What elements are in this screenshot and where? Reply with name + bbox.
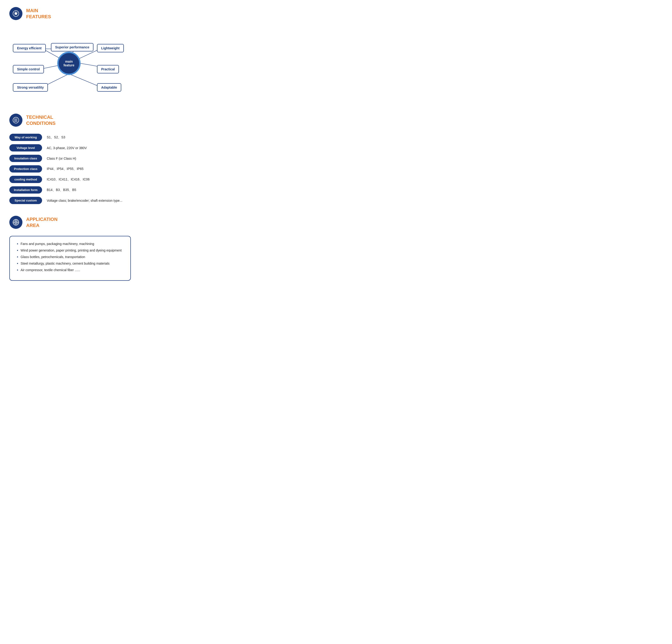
main-features-icon bbox=[9, 7, 22, 20]
tech-value-installation-form: B14、B3、B35、B5 bbox=[47, 188, 76, 192]
svg-point-15 bbox=[14, 120, 15, 121]
tech-value-way-of-working: S1、S2、S3 bbox=[47, 135, 65, 140]
tech-value-voltage-level: AC, 3-phase, 220V or 380V bbox=[47, 146, 87, 150]
main-features-header: MAIN FEATURES bbox=[9, 7, 201, 20]
application-list: Fans and pumps, packaging machinery, mac… bbox=[17, 242, 123, 272]
tech-value-protection-class: IP44、IP54、IP55、IP65 bbox=[47, 167, 83, 171]
svg-line-6 bbox=[81, 63, 98, 67]
tech-value-insulation-class: Class F (or Class H) bbox=[47, 157, 76, 160]
technical-icon bbox=[9, 114, 22, 127]
technical-conditions-section: TECHNICAL CONDITIONS Way of working S1、S… bbox=[9, 114, 201, 204]
tech-row-way-of-working: Way of working S1、S2、S3 bbox=[9, 134, 201, 141]
tech-value-cooling-method: IC410、IC411、IC416、IC06 bbox=[47, 177, 90, 182]
application-icon bbox=[9, 216, 22, 229]
feature-box-simple-control: Simple control bbox=[13, 65, 44, 73]
feature-box-superior-performance: Superior performance bbox=[51, 43, 94, 51]
application-area-header: APPLICATION AREA bbox=[9, 216, 201, 229]
tech-row-protection-class: Protection class IP44、IP54、IP55、IP65 bbox=[9, 165, 201, 172]
tech-label-cooling-method: cooling method bbox=[9, 176, 42, 183]
tech-label-installation-form: Installation form bbox=[9, 186, 42, 193]
tech-label-protection-class: Protection class bbox=[9, 165, 42, 172]
technical-rows: Way of working S1、S2、S3 Voltage level AC… bbox=[9, 134, 201, 204]
feature-box-strong-versatility: Strong versatility bbox=[13, 83, 48, 92]
app-item-1: Wind power generation, paper printing, p… bbox=[17, 249, 123, 252]
feature-box-adaptable: Adaptable bbox=[97, 83, 121, 92]
tech-row-insulation-class: Insulation class Class F (or Class H) bbox=[9, 155, 201, 162]
tech-row-installation-form: Installation form B14、B3、B35、B5 bbox=[9, 186, 201, 193]
feature-box-lightweight: Lightweight bbox=[97, 44, 124, 52]
app-item-4: Air compressor, textile chemical fiber .… bbox=[17, 268, 123, 272]
app-item-2: Glass bottles, petrochemicals, transport… bbox=[17, 255, 123, 259]
technical-conditions-title: TECHNICAL CONDITIONS bbox=[26, 114, 56, 126]
list-icon bbox=[12, 117, 20, 124]
tech-row-voltage-level: Voltage level AC, 3-phase, 220V or 380V bbox=[9, 144, 201, 152]
technical-conditions-header: TECHNICAL CONDITIONS bbox=[9, 114, 201, 127]
feature-box-practical: Practical bbox=[97, 65, 119, 73]
svg-line-8 bbox=[69, 74, 98, 86]
features-diagram: main feature Energy efficient Superior p… bbox=[12, 27, 143, 102]
tech-value-special-custom: Voltage class; brake/encoder; shaft exte… bbox=[47, 199, 122, 202]
svg-marker-1 bbox=[14, 11, 18, 15]
grid-icon bbox=[12, 219, 20, 226]
star-icon bbox=[12, 10, 20, 17]
application-area-title: APPLICATION AREA bbox=[26, 216, 58, 228]
tech-row-special-custom: Special custom Voltage class; brake/enco… bbox=[9, 197, 201, 204]
center-circle: main feature bbox=[57, 52, 81, 75]
tech-label-special-custom: Special custom bbox=[9, 197, 42, 204]
tech-label-way-of-working: Way of working bbox=[9, 134, 42, 141]
application-box: Fans and pumps, packaging machinery, mac… bbox=[9, 236, 131, 281]
tech-label-voltage-level: Voltage level bbox=[9, 144, 42, 152]
svg-point-14 bbox=[14, 119, 15, 119]
app-item-0: Fans and pumps, packaging machinery, mac… bbox=[17, 242, 123, 246]
svg-point-16 bbox=[14, 121, 15, 122]
feature-box-energy-efficient: Energy efficient bbox=[13, 44, 46, 52]
tech-row-cooling-method: cooling method IC410、IC411、IC416、IC06 bbox=[9, 176, 201, 183]
main-features-title: MAIN FEATURES bbox=[26, 8, 51, 20]
application-area-section: APPLICATION AREA Fans and pumps, packagi… bbox=[9, 216, 201, 281]
app-item-3: Steel metallurgy, plastic machinery, cem… bbox=[17, 262, 123, 265]
tech-label-insulation-class: Insulation class bbox=[9, 155, 42, 162]
main-features-section: MAIN FEATURES main feature Energ bbox=[9, 7, 201, 102]
svg-line-7 bbox=[44, 74, 69, 86]
